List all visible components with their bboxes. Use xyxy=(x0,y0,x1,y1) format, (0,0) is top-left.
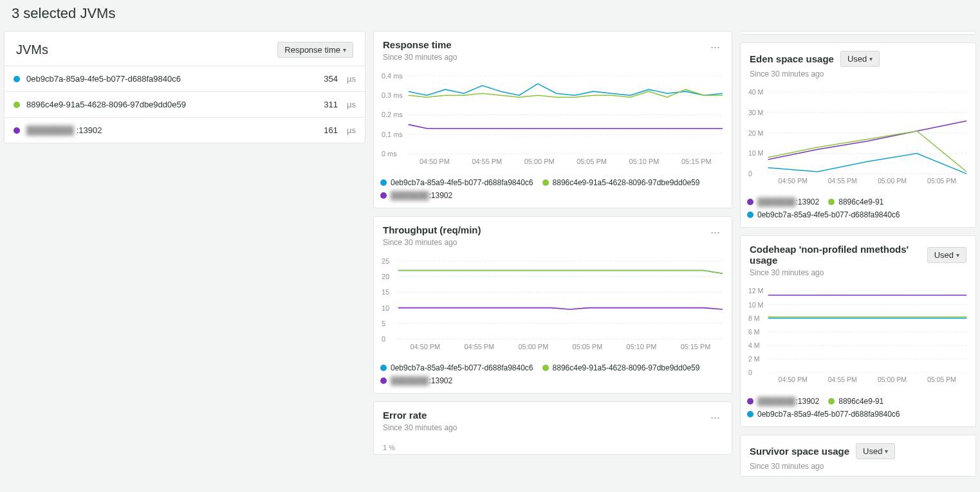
chart-subtitle: Since 30 minutes ago xyxy=(750,69,880,78)
y-tick: 8 M xyxy=(748,314,760,322)
legend-label: 0eb9cb7a-85a9-4fe5-b077-d688fa9840c6 xyxy=(391,178,533,187)
error-rate-chart: 1 % xyxy=(380,441,725,454)
throughput-card: Throughput (req/min) Since 30 minutes ag… xyxy=(373,216,732,394)
legend-item[interactable]: ███████:13902 xyxy=(747,397,819,406)
chevron-down-icon: ▾ xyxy=(869,55,873,62)
jvm-row[interactable]: 0eb9cb7a-85a9-4fe5-b077-d688fa9840c6354µ… xyxy=(5,66,365,92)
chart-subtitle: Since 30 minutes ago xyxy=(383,423,457,432)
x-tick: 04:55 PM xyxy=(472,158,502,165)
series-color-dot xyxy=(380,179,387,186)
legend-label: 8896c4e9-91 xyxy=(838,197,883,206)
chevron-down-icon: ▾ xyxy=(956,251,959,259)
series-color-dot xyxy=(380,192,387,199)
x-tick: 05:15 PM xyxy=(681,158,712,165)
jvm-value: 354 xyxy=(324,74,338,84)
series-color-dot xyxy=(828,199,835,205)
x-tick: 04:55 PM xyxy=(828,376,857,384)
used-dropdown[interactable]: Used ▾ xyxy=(856,443,895,459)
chart-series-line xyxy=(768,131,967,172)
legend-label: 8896c4e9-91a5-4628-8096-97dbe9dd0e59 xyxy=(553,178,700,187)
legend-label: ███████:13902 xyxy=(391,376,452,385)
legend-label: 0eb9cb7a-85a9-4fe5-b077-d688fa9840c6 xyxy=(757,210,900,219)
x-tick: 05:00 PM xyxy=(524,158,555,165)
x-tick: 05:05 PM xyxy=(927,177,956,185)
y-tick: 6 M xyxy=(748,328,760,336)
chart-legend: ███████:139028896c4e9-910eb9cb7a-85a9-4f… xyxy=(741,392,975,426)
chart-subtitle: Since 30 minutes ago xyxy=(750,268,966,277)
error-rate-card: Error rate Since 30 minutes ago ⋯ 1 % xyxy=(373,401,732,455)
jvm-unit: µs xyxy=(347,100,356,109)
sort-dropdown[interactable]: Response time ▾ xyxy=(277,42,353,58)
legend-item[interactable]: 8896c4e9-91 xyxy=(828,397,883,406)
chart-series-line xyxy=(398,307,723,309)
card-menu-icon[interactable]: ⋯ xyxy=(707,410,723,425)
y-tick: 4 M xyxy=(748,342,760,349)
x-tick: 04:50 PM xyxy=(420,158,450,165)
throughput-chart: 2520151050 04:50 PM04:55 PM05:00 PM05:05… xyxy=(380,256,725,352)
legend-item[interactable]: 8896c4e9-91a5-4628-8096-97dbe9dd0e59 xyxy=(542,363,700,372)
y-tick: 15 xyxy=(382,288,389,296)
chart-title: Throughput (req/min) xyxy=(383,224,481,235)
x-tick: 04:50 PM xyxy=(410,343,440,351)
chart-subtitle: Since 30 minutes ago xyxy=(383,238,481,247)
page-title: 3 selected JVMs xyxy=(0,0,980,31)
legend-label: ███████:13902 xyxy=(757,197,819,206)
y-tick: 0 ms xyxy=(382,150,397,158)
series-color-dot xyxy=(14,102,20,108)
y-tick: 30 M xyxy=(748,109,763,116)
y-tick: 5 xyxy=(382,320,385,327)
x-tick: 04:55 PM xyxy=(465,343,495,351)
legend-label: 8896c4e9-91 xyxy=(838,397,883,406)
chart-series-line xyxy=(409,125,723,129)
chart-title: Eden space usage xyxy=(750,53,834,64)
series-color-dot xyxy=(14,76,20,82)
x-tick: 05:00 PM xyxy=(519,343,549,351)
used-dropdown[interactable]: Used ▾ xyxy=(927,247,966,263)
y-tick: 20 M xyxy=(748,129,763,137)
y-tick: 0.2 ms xyxy=(382,111,403,118)
legend-item[interactable]: ███████:13902 xyxy=(380,191,452,200)
eden-card: Eden space usage Used ▾ Since 30 minutes… xyxy=(740,42,976,228)
x-tick: 04:55 PM xyxy=(828,177,857,185)
legend-item[interactable]: 0eb9cb7a-85a9-4fe5-b077-d688fa9840c6 xyxy=(747,210,900,219)
legend-item[interactable]: 0eb9cb7a-85a9-4fe5-b077-d688fa9840c6 xyxy=(747,410,900,419)
chart-title: Survivor space usage xyxy=(750,446,849,457)
chart-subtitle: Since 30 minutes ago xyxy=(383,53,457,62)
chart-series-line xyxy=(398,270,723,273)
series-color-dot xyxy=(542,365,549,371)
legend-item[interactable]: 8896c4e9-91 xyxy=(828,197,883,206)
jvm-name: ████████:13902 xyxy=(26,125,317,135)
codeheap-card: Codeheap 'non-profiled nmethods' usage U… xyxy=(740,235,976,426)
used-dropdown[interactable]: Used ▾ xyxy=(840,51,880,67)
card-menu-icon[interactable]: ⋯ xyxy=(707,39,723,55)
chart-legend: ███████:139028896c4e9-910eb9cb7a-85a9-4f… xyxy=(741,192,975,227)
x-tick: 05:05 PM xyxy=(573,343,603,351)
y-tick: 10 xyxy=(382,304,389,311)
x-tick: 04:50 PM xyxy=(779,177,808,185)
x-tick: 05:00 PM xyxy=(878,376,907,384)
jvm-name: 8896c4e9-91a5-4628-8096-97dbe9dd0e59 xyxy=(26,100,317,109)
jvm-value: 161 xyxy=(324,125,338,135)
jvms-card: JVMs Response time ▾ 0eb9cb7a-85a9-4fe5-… xyxy=(4,31,365,143)
dashboard-layout: JVMs Response time ▾ 0eb9cb7a-85a9-4fe5-… xyxy=(0,31,980,484)
y-tick: 2 M xyxy=(748,355,760,363)
chart-legend: 0eb9cb7a-85a9-4fe5-b077-d688fa9840c68896… xyxy=(374,173,732,208)
y-tick: 0 xyxy=(748,170,752,178)
codeheap-chart: 12 M10 M8 M6 M4 M2 M0 04:50 PM04:55 PM05… xyxy=(747,286,969,385)
jvms-title: JVMs xyxy=(16,42,48,57)
legend-item[interactable]: 0eb9cb7a-85a9-4fe5-b077-d688fa9840c6 xyxy=(380,178,533,187)
legend-item[interactable]: 0eb9cb7a-85a9-4fe5-b077-d688fa9840c6 xyxy=(380,363,533,372)
legend-item[interactable]: ███████:13902 xyxy=(380,376,452,385)
x-tick: 04:50 PM xyxy=(779,376,808,384)
jvm-unit: µs xyxy=(347,125,356,135)
y-tick: 10 M xyxy=(748,301,763,309)
legend-label: 0eb9cb7a-85a9-4fe5-b077-d688fa9840c6 xyxy=(391,363,533,372)
eden-chart: 40 M30 M20 M10 M0 04:50 PM04:55 PM05:00 … xyxy=(747,87,969,186)
legend-item[interactable]: ███████:13902 xyxy=(747,197,819,206)
chart-title: Response time xyxy=(383,39,457,50)
jvm-row[interactable]: 8896c4e9-91a5-4628-8096-97dbe9dd0e59311µ… xyxy=(5,92,365,118)
card-menu-icon[interactable]: ⋯ xyxy=(707,224,723,240)
chart-subtitle: Since 30 minutes ago xyxy=(750,462,895,471)
legend-item[interactable]: 8896c4e9-91a5-4628-8096-97dbe9dd0e59 xyxy=(542,178,700,187)
jvm-row[interactable]: ████████:13902161µs xyxy=(5,118,365,143)
